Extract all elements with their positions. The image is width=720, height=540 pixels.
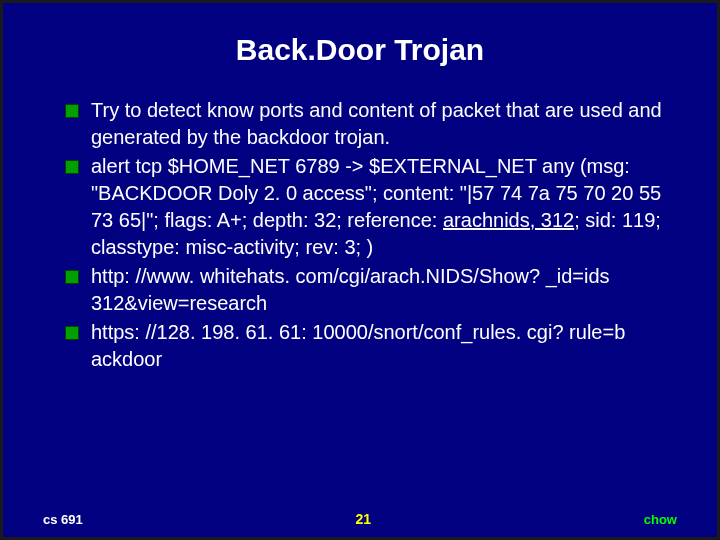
bullet-text-underlined: arachnids, 312 [443,209,574,231]
slide-title: Back.Door Trojan [43,33,677,67]
list-item: https: //128. 198. 61. 61: 10000/snort/c… [65,319,677,373]
list-item: http: //www. whitehats. com/cgi/arach.NI… [65,263,677,317]
footer-left: cs 691 [43,512,83,527]
bullet-text: https: //128. 198. 61. 61: 10000/snort/c… [91,321,625,370]
slide: Back.Door Trojan Try to detect know port… [3,3,717,537]
bullet-list: Try to detect know ports and content of … [43,97,677,373]
list-item: Try to detect know ports and content of … [65,97,677,151]
footer-page-number: 21 [355,511,371,527]
bullet-text: Try to detect know ports and content of … [91,99,662,148]
slide-footer: cs 691 21 chow [3,511,717,527]
list-item: alert tcp $HOME_NET 6789 -> $EXTERNAL_NE… [65,153,677,261]
footer-right: chow [644,512,677,527]
bullet-text: http: //www. whitehats. com/cgi/arach.NI… [91,265,610,314]
